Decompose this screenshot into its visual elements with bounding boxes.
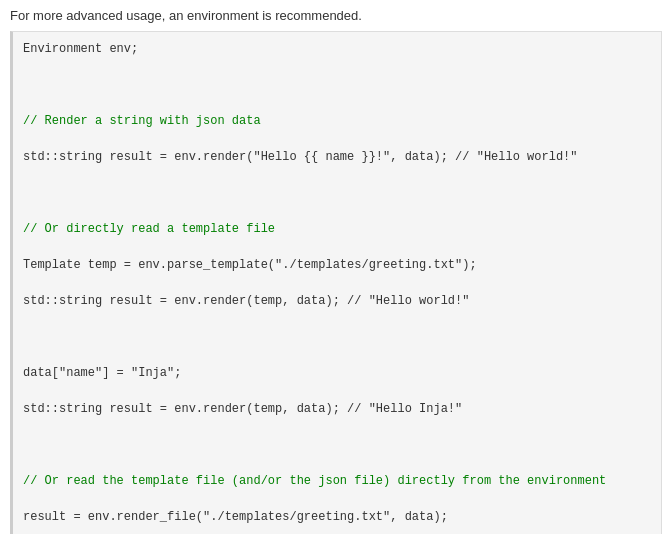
intro-text: For more advanced usage, an environment … <box>10 8 662 23</box>
code-block-1: Environment env; // Render a string with… <box>10 31 662 534</box>
page-content: For more advanced usage, an environment … <box>0 0 672 534</box>
